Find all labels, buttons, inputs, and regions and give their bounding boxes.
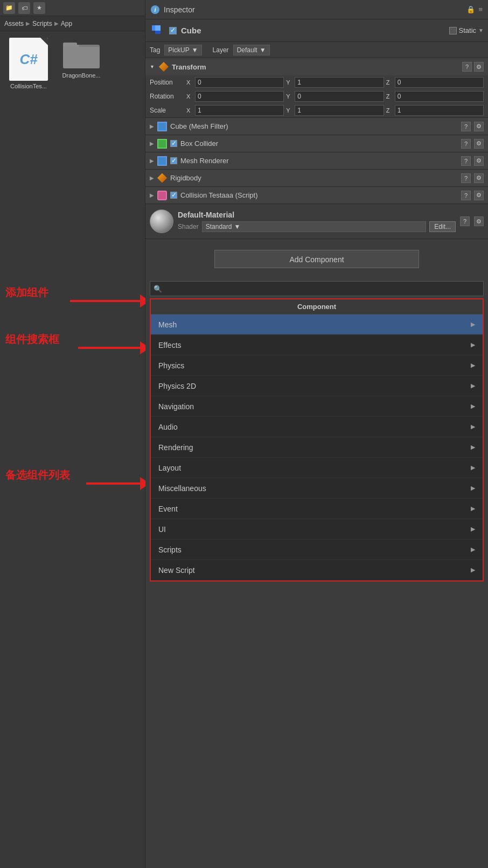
breadcrumb: Assets ▶ Scripts ▶ App	[0, 16, 145, 31]
material-help[interactable]: ?	[460, 216, 470, 226]
shader-dropdown[interactable]: Standard ▼	[202, 221, 427, 232]
component-item-physics2d[interactable]: Physics 2D ▶	[151, 376, 483, 396]
box-collider-row[interactable]: ▶ Box Collider ? ⚙	[145, 135, 488, 152]
box-collider-label: Box Collider	[180, 139, 458, 148]
shader-dropdown-arrow: ▼	[234, 223, 240, 230]
component-item-audio[interactable]: Audio ▶	[151, 417, 483, 437]
scale-z-input[interactable]	[395, 105, 484, 116]
component-item-miscellaneous[interactable]: Miscellaneous ▶	[151, 478, 483, 499]
rotation-x-input[interactable]	[195, 91, 284, 102]
static-section: Static ▼	[449, 26, 484, 34]
component-item-layout[interactable]: Layout ▶	[151, 458, 483, 478]
mesh-filter-settings[interactable]: ⚙	[474, 122, 484, 131]
static-checkbox[interactable]	[449, 27, 457, 34]
box-collider-icon	[157, 139, 167, 149]
breadcrumb-assets[interactable]: Assets	[4, 20, 24, 27]
mesh-renderer-row[interactable]: ▶ Mesh Renderer ? ⚙	[145, 152, 488, 170]
star-icon[interactable]: ★	[33, 2, 45, 14]
inspector-info-icon: i	[151, 5, 159, 14]
mesh-renderer-checkbox[interactable]	[170, 157, 177, 164]
component-item-ui[interactable]: UI ▶	[151, 519, 483, 540]
ui-chevron: ▶	[471, 526, 475, 533]
lock-icon[interactable]: 🔒	[466, 5, 475, 13]
component-item-navigation[interactable]: Navigation ▶	[151, 396, 483, 417]
mesh-renderer-icon	[157, 156, 167, 166]
mesh-renderer-settings[interactable]: ⚙	[474, 156, 484, 166]
breadcrumb-arrow-1: ▶	[26, 20, 30, 26]
component-layout-label: Layout	[158, 464, 181, 472]
menu-icon[interactable]: ≡	[478, 5, 483, 13]
transform-help-btn[interactable]: ?	[462, 62, 472, 72]
folder-icon[interactable]: 📁	[3, 2, 15, 14]
collision-script-row[interactable]: ▶ Collision Testaaa (Script) ? ⚙	[145, 187, 488, 204]
position-x-input[interactable]	[195, 77, 284, 88]
tag-icon[interactable]: 🏷	[18, 2, 30, 14]
component-item-event[interactable]: Event ▶	[151, 499, 483, 519]
mesh-renderer-help[interactable]: ?	[461, 156, 471, 166]
search-box-annotation: 组件搜索框	[5, 332, 59, 347]
component-item-scripts[interactable]: Scripts ▶	[151, 540, 483, 560]
left-panel: 📁 🏷 ★ Assets ▶ Scripts ▶ App C# Collisio…	[0, 0, 145, 868]
rigidbody-row[interactable]: ▶ Rigidbody ? ⚙	[145, 170, 488, 187]
box-collider-settings[interactable]: ⚙	[474, 139, 484, 149]
object-name: Cube	[181, 26, 201, 35]
box-collider-checkbox[interactable]	[170, 140, 177, 147]
component-item-effects[interactable]: Effects ▶	[151, 335, 483, 355]
material-sphere	[150, 209, 173, 233]
script-label: Collision Testaaa (Script)	[180, 191, 458, 199]
asset-dragonbone[interactable]: DragonBone...	[57, 38, 106, 89]
asset-collision-test[interactable]: C# CollisionTes...	[4, 38, 53, 89]
script-help[interactable]: ?	[461, 191, 471, 200]
layer-dropdown-arrow: ▼	[260, 46, 266, 54]
script-settings[interactable]: ⚙	[474, 191, 484, 200]
component-physics2d-label: Physics 2D	[158, 382, 196, 390]
newscript-chevron: ▶	[471, 566, 475, 573]
scale-y-input[interactable]	[295, 105, 384, 116]
layer-dropdown[interactable]: Default ▼	[233, 45, 270, 55]
search-icon: 🔍	[154, 285, 162, 293]
component-dropdown: Component Mesh ▶ Effects ▶ Physics ▶ Phy…	[150, 298, 484, 582]
tag-value: PickUP	[168, 46, 189, 54]
material-header-row: Default-Material Shader Standard ▼ Edit.…	[150, 209, 484, 233]
layout-chevron: ▶	[471, 464, 475, 471]
component-item-rendering[interactable]: Rendering ▶	[151, 437, 483, 458]
add-component-button[interactable]: Add Component	[214, 250, 419, 268]
rotation-z-input[interactable]	[395, 91, 484, 102]
box-collider-help[interactable]: ?	[461, 139, 471, 149]
component-item-physics[interactable]: Physics ▶	[151, 355, 483, 376]
position-y-input[interactable]	[295, 77, 384, 88]
component-rendering-label: Rendering	[158, 443, 193, 452]
material-settings[interactable]: ⚙	[474, 216, 484, 226]
static-dropdown-arrow[interactable]: ▼	[478, 27, 484, 33]
material-edit-btn[interactable]: Edit...	[429, 221, 456, 232]
object-checkbox[interactable]	[169, 27, 177, 34]
search-input[interactable]	[164, 285, 480, 293]
rigidbody-settings[interactable]: ⚙	[474, 173, 484, 183]
material-name: Default-Material	[178, 211, 456, 219]
object-cube-icon	[150, 23, 165, 38]
tag-label: Tag	[150, 46, 160, 54]
asset-dragonbone-label: DragonBone...	[62, 72, 101, 79]
add-component-arrow	[70, 295, 150, 307]
script-checkbox[interactable]	[170, 192, 177, 199]
cs-file-icon: C#	[9, 38, 48, 81]
component-item-mesh[interactable]: Mesh ▶	[151, 314, 483, 335]
scale-label: Scale	[150, 107, 184, 114]
component-item-new-script[interactable]: New Script ▶	[151, 560, 483, 580]
scale-x-input[interactable]	[195, 105, 284, 116]
rotation-y-input[interactable]	[295, 91, 384, 102]
tag-dropdown[interactable]: PickUP ▼	[164, 45, 201, 55]
component-scripts-label: Scripts	[158, 545, 182, 554]
transform-header[interactable]: ▼ Transform ? ⚙	[145, 58, 488, 75]
assets-area: C# CollisionTes... DragonBone...	[0, 31, 145, 96]
breadcrumb-app[interactable]: App	[61, 20, 72, 27]
position-z-input[interactable]	[395, 77, 484, 88]
sca-z-label: Z	[386, 107, 393, 114]
mesh-renderer-collapse: ▶	[150, 158, 154, 164]
cube-mesh-filter-row[interactable]: ▶ Cube (Mesh Filter) ? ⚙	[145, 118, 488, 135]
position-xyz: X Y Z	[186, 77, 484, 88]
mesh-filter-help[interactable]: ?	[461, 122, 471, 131]
rigidbody-help[interactable]: ?	[461, 173, 471, 183]
transform-settings-btn[interactable]: ⚙	[474, 62, 484, 72]
breadcrumb-scripts[interactable]: Scripts	[32, 20, 52, 27]
